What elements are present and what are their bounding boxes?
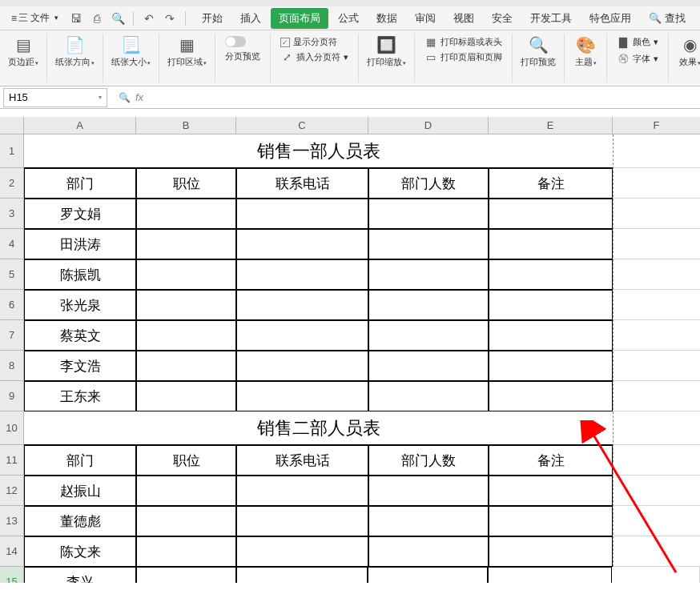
print-titles-button[interactable]: ▦ 打印标题或表头: [423, 35, 504, 49]
cell[interactable]: 部门: [24, 168, 136, 199]
fonts-button[interactable]: ㊢ 字体▾: [615, 50, 660, 66]
row-header[interactable]: 13: [0, 506, 24, 536]
cell[interactable]: [368, 259, 489, 290]
tab-security[interactable]: 安全: [484, 8, 521, 29]
cell[interactable]: [613, 259, 700, 290]
cell[interactable]: [489, 476, 613, 506]
tab-formula[interactable]: 公式: [330, 8, 367, 29]
row-header[interactable]: 6: [0, 290, 24, 320]
cell[interactable]: [613, 445, 700, 476]
cell[interactable]: [613, 411, 700, 445]
cell[interactable]: [613, 381, 700, 411]
cell[interactable]: [613, 476, 700, 506]
cell[interactable]: [613, 536, 700, 567]
cell[interactable]: [368, 476, 489, 506]
row-header[interactable]: 9: [0, 381, 24, 411]
cell[interactable]: [236, 320, 368, 351]
tab-page-layout[interactable]: 页面布局: [271, 8, 328, 29]
cell[interactable]: [136, 259, 236, 290]
cell[interactable]: 田洪涛: [24, 229, 136, 259]
cell[interactable]: [613, 199, 700, 229]
table-title[interactable]: 销售二部人员表: [24, 411, 613, 445]
cell[interactable]: [613, 168, 700, 199]
cell[interactable]: [236, 229, 368, 259]
header-footer-button[interactable]: ▭ 打印页眉和页脚: [423, 50, 504, 64]
cell[interactable]: [368, 351, 489, 381]
row-header[interactable]: 3: [0, 199, 24, 229]
cell[interactable]: [136, 320, 236, 351]
cell[interactable]: 联系电话: [236, 445, 368, 476]
cell[interactable]: 部门: [24, 445, 136, 476]
cell[interactable]: [488, 567, 612, 583]
cell[interactable]: [236, 476, 368, 506]
cell[interactable]: [489, 259, 613, 290]
cell[interactable]: [368, 506, 489, 536]
column-header[interactable]: B: [136, 117, 236, 134]
cell[interactable]: 陈振凯: [24, 259, 136, 290]
cell[interactable]: [489, 351, 613, 381]
cell[interactable]: [136, 290, 236, 320]
cell[interactable]: 职位: [136, 445, 236, 476]
cell[interactable]: 备注: [489, 168, 613, 199]
margins-button[interactable]: ▤ 页边距▾: [5, 34, 42, 70]
paper-size-button[interactable]: 📃 纸张大小▾: [108, 34, 154, 70]
tab-devtools[interactable]: 开发工具: [522, 8, 580, 29]
cell[interactable]: [368, 229, 489, 259]
show-page-break-checkbox[interactable]: ✓ 显示分页符: [279, 35, 350, 49]
cell[interactable]: [489, 320, 613, 351]
cell[interactable]: [236, 259, 368, 290]
cell[interactable]: 罗文娟: [24, 199, 136, 229]
tab-special[interactable]: 特色应用: [581, 8, 639, 29]
row-header[interactable]: 5: [0, 259, 24, 290]
cell[interactable]: 李文浩: [24, 351, 136, 381]
cell[interactable]: [368, 320, 489, 351]
cell[interactable]: [136, 476, 236, 506]
cell[interactable]: [236, 351, 368, 381]
cell[interactable]: 部门人数: [368, 168, 489, 199]
print-scaling-button[interactable]: 🔲 打印缩放▾: [364, 34, 409, 70]
row-header[interactable]: 1: [0, 134, 24, 168]
cell[interactable]: [489, 506, 613, 536]
select-all-corner[interactable]: [0, 117, 24, 134]
tab-start[interactable]: 开始: [194, 8, 231, 29]
page-break-preview-toggle[interactable]: [223, 35, 262, 48]
cell[interactable]: [136, 351, 236, 381]
print-preview-button[interactable]: 🔍 打印预览: [517, 34, 559, 70]
cell[interactable]: [236, 536, 368, 567]
row-header[interactable]: 7: [0, 320, 24, 351]
row-header[interactable]: 11: [0, 445, 24, 476]
row-header[interactable]: 10: [0, 411, 24, 445]
tab-data[interactable]: 数据: [368, 8, 405, 29]
cell[interactable]: [236, 567, 368, 583]
tab-insert[interactable]: 插入: [232, 8, 269, 29]
cell[interactable]: [368, 536, 489, 567]
orientation-button[interactable]: 📄 纸张方向▾: [52, 34, 98, 70]
cell[interactable]: 赵振山: [24, 476, 136, 506]
cell[interactable]: [489, 381, 613, 411]
undo-icon[interactable]: ↶: [140, 10, 158, 27]
cell[interactable]: [613, 134, 700, 168]
row-header[interactable]: 12: [0, 476, 24, 506]
cell[interactable]: [368, 199, 489, 229]
cell[interactable]: 李兴: [24, 567, 136, 583]
fx-icon[interactable]: fx: [135, 91, 143, 103]
search-menu[interactable]: 🔍 查找: [641, 8, 694, 29]
column-header[interactable]: F: [613, 117, 700, 134]
cell[interactable]: 董德彪: [24, 506, 136, 536]
cell[interactable]: [613, 229, 700, 259]
preview-qat-icon[interactable]: 🔍: [109, 10, 127, 27]
print-qat-icon[interactable]: ⎙: [88, 10, 106, 27]
cell[interactable]: [489, 536, 613, 567]
cell[interactable]: [612, 567, 700, 583]
cell[interactable]: [236, 199, 368, 229]
cell[interactable]: [236, 506, 368, 536]
cell[interactable]: [136, 506, 236, 536]
cell[interactable]: [236, 290, 368, 320]
column-header[interactable]: E: [489, 117, 613, 134]
cell[interactable]: [368, 290, 489, 320]
column-header[interactable]: D: [368, 117, 489, 134]
lookup-icon[interactable]: 🔍: [119, 92, 131, 103]
cell[interactable]: [368, 381, 489, 411]
themes-button[interactable]: 🎨 主题▾: [569, 34, 601, 70]
row-header[interactable]: 4: [0, 229, 24, 259]
